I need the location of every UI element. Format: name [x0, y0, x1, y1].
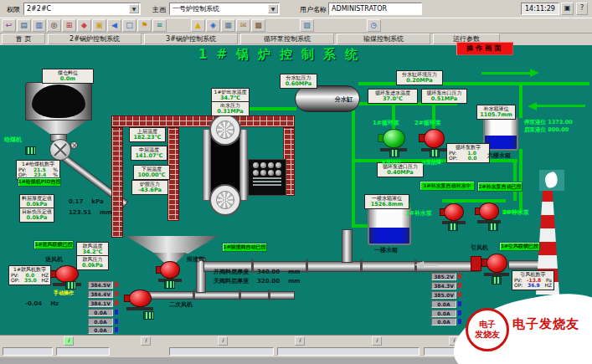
top-bar: 权限 2#2#C ▼ 主画 一号炉控制系统 ▼ 用户名称 ADMINISTRAT… [0, 0, 592, 18]
flue-damper-valve[interactable] [471, 256, 481, 271]
feeder-run-indicator[interactable] [25, 146, 36, 155]
gauge-panel [248, 159, 286, 196]
warning-icon[interactable]: ▲ [191, 19, 205, 32]
phase-chip [458, 301, 461, 306]
tab-boiler3[interactable]: 3#锅炉控制系统 [144, 33, 238, 44]
operation-screen-button[interactable]: 操作画面 [456, 42, 513, 55]
circ-pump1-run-indicator[interactable] [389, 149, 399, 157]
monitor-icon[interactable]: ▣ [561, 3, 574, 15]
circ-inlet-temp-box: 循环泵进水温度37.0℃ [368, 89, 418, 104]
id-fan-digital-box[interactable]: 引风机数字 PV:-13.8Pa OP:36.9HZ [512, 270, 554, 290]
makeup-tank-level-box: 补水箱液位1105.7mm [476, 105, 516, 120]
bed-setpoint-box: 料层厚度定值0.0kPa [19, 194, 54, 209]
close-bed-text: 关阀料层厚度320.00mm [214, 277, 309, 285]
info-button[interactable]: i [64, 336, 74, 346]
info-button[interactable]: i [218, 336, 228, 346]
trend-icon[interactable]: ▥ [32, 19, 46, 32]
drum-riser-left [203, 129, 211, 201]
meter-value: 0.0A [431, 310, 456, 317]
floor1-tank-label: 一楼水箱 [374, 246, 398, 254]
makeup-pump1-run-indicator[interactable] [448, 223, 458, 231]
grid-icon[interactable]: ▩ [251, 19, 265, 32]
frequency-text: -0.04Hz [25, 300, 67, 307]
circulation-pump-1[interactable] [378, 128, 409, 151]
toolbar: ↩▤▥◎⊞◆▣◀□⚑≡▲◈▦✉▩▧◷ [0, 18, 592, 33]
makeup-pump2-label: 2#补水泵 [502, 208, 529, 217]
pipe [519, 85, 523, 118]
circulation-pump-2[interactable] [419, 128, 449, 151]
makeup-pump-1[interactable] [440, 203, 468, 224]
feeder-auto-button[interactable]: 1#给煤机PID自投 [18, 177, 61, 187]
distributor-ring-pressure-box: 分水缸环境压力0.20MPa [396, 70, 443, 85]
circ-pump2-run-indicator[interactable] [430, 149, 440, 157]
fd-fan-run-indicator[interactable] [65, 281, 76, 290]
coal-feeder-valve[interactable] [49, 139, 71, 161]
chevron-down-icon[interactable]: ▼ [129, 4, 139, 13]
watermark-brand: 电子发烧友 [512, 316, 579, 332]
user-value: ADMINISTRATOR [332, 5, 387, 13]
feeder-label: 给煤机 [4, 136, 22, 144]
slag-auto-button[interactable]: 1#除渣阀自动已投 [222, 243, 267, 252]
tab-home[interactable]: 首 页 [2, 33, 45, 44]
furnace-wall-left [111, 127, 123, 238]
status-segment [56, 347, 110, 356]
circ-outlet-pressure-box: 循环泵出口压力0.51MPa [421, 89, 467, 104]
tab-boiler2[interactable]: 2#锅炉控制系统 [48, 33, 142, 44]
clock-display: 14:11:29 [521, 3, 559, 15]
phase-chip [458, 283, 461, 288]
mail-icon[interactable]: ✉ [236, 19, 250, 32]
print-icon[interactable]: ▤ [17, 19, 31, 32]
alarm-icon[interactable]: ⚑ [137, 19, 152, 32]
meter-value: 0.0A [431, 300, 456, 308]
permission-combobox[interactable]: 2#2#C ▼ [23, 3, 141, 15]
fd-fan-digital-box[interactable]: 1#鼓风机数字 PV:0.0HZ OP:35.0HZ [8, 265, 51, 285]
air-duct [141, 291, 295, 300]
report-icon[interactable]: ≡ [152, 19, 167, 32]
info-button[interactable]: i [372, 336, 382, 346]
clock-icon[interactable]: ◷ [367, 19, 381, 32]
info-button[interactable]: i [141, 336, 151, 346]
help-button[interactable]: ? [576, 3, 588, 15]
makeup-pump2-run-indicator[interactable] [488, 223, 498, 231]
dial-icon [260, 170, 266, 176]
back-icon[interactable]: ◀ [107, 19, 121, 32]
screen-value: 一号炉控制系统 [172, 5, 219, 13]
screen-label: 主画 [152, 5, 166, 14]
tab-coal-conveying[interactable]: 输煤控制系统 [337, 33, 430, 44]
tab-circulation-pump[interactable]: 循环泵控制系统 [240, 33, 334, 44]
slag-valve-run-indicator[interactable] [164, 280, 175, 289]
view-icon[interactable]: ◆ [77, 19, 91, 32]
photo-icon[interactable]: ▦ [221, 19, 235, 32]
meter-value: 384.3V [431, 282, 456, 290]
panel-line [253, 177, 281, 179]
feeder-digital-box[interactable]: 1#给煤机数字 PV:21.5% OP:23.4% [16, 160, 60, 180]
fd-fan-label: 送风机 [45, 255, 63, 264]
induced-draft-fan[interactable] [481, 253, 512, 276]
zoom-icon[interactable]: ◎ [47, 19, 61, 32]
makeup-pump-2[interactable] [475, 202, 503, 223]
makeup2-auto-button[interactable]: 2#补水泵自动已投 [477, 182, 523, 192]
drum-riser-right [239, 129, 248, 201]
outlet-temp-box: 1#炉出水温度34.7℃ [211, 88, 250, 103]
makeup1-auto-button[interactable]: 1#补水泵自动补水中 [420, 181, 475, 191]
distributor-pressure-box: 分水缸压力0.60MPa [280, 74, 317, 89]
fd-interlock-button[interactable]: 1#送风联锁已投 [33, 240, 74, 249]
chevron-down-icon[interactable]: ▼ [268, 4, 278, 13]
secondary-fan-run-indicator[interactable] [143, 311, 154, 320]
folder-icon[interactable]: ▣ [92, 19, 106, 32]
user-field[interactable]: ADMINISTRATOR [328, 3, 422, 15]
login-icon[interactable]: ◈ [206, 19, 220, 32]
info-button[interactable]: i [295, 336, 305, 346]
picture-icon[interactable]: ▧ [300, 19, 314, 32]
slag-discharge-valve[interactable] [156, 260, 184, 282]
tile-icon[interactable]: ⊞ [62, 19, 76, 32]
circ-pump-digital-box[interactable]: 循环泵数字 PV:1.0 OP:0.0 [446, 143, 490, 163]
furnace-pressure-box: 炉膛压力-43.6Pa [131, 180, 168, 195]
screen-icon[interactable]: □ [122, 19, 136, 32]
undo-icon[interactable]: ↩ [2, 19, 16, 32]
screen-combobox[interactable]: 一号炉控制系统 ▼ [169, 3, 280, 15]
user-label: 用户名称 [300, 5, 327, 14]
secondary-air-fan[interactable] [124, 289, 156, 310]
id-fan-run-indicator[interactable] [492, 276, 502, 285]
id-interlock-button[interactable]: 1#引风联锁已投 [499, 242, 540, 251]
